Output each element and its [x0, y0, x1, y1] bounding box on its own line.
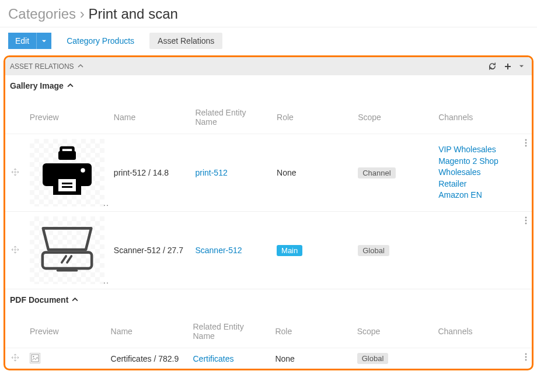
svg-point-7 — [525, 142, 527, 144]
channel-link[interactable]: Magento 2 Shop — [438, 156, 515, 167]
svg-point-14 — [525, 223, 527, 225]
svg-rect-4 — [62, 186, 72, 188]
svg-rect-2 — [58, 179, 76, 191]
svg-rect-9 — [57, 269, 78, 271]
printer-icon — [39, 144, 95, 202]
related-entity-link[interactable]: print-512 — [195, 168, 227, 177]
col-related: Related Entity Name — [190, 96, 272, 134]
chevron-up-icon — [72, 295, 78, 304]
svg-line-11 — [67, 256, 71, 262]
col-preview: Preview — [25, 96, 109, 134]
col-channels: Channels — [433, 310, 520, 348]
drag-handle-icon[interactable] — [11, 246, 19, 256]
preview-thumbnail[interactable]: .. — [30, 139, 104, 206]
section-title-label: Gallery Image — [10, 81, 64, 90]
panel-header: ASSET RELATIONS — [5, 57, 532, 75]
col-related: Related Entity Name — [188, 310, 270, 348]
table-row[interactable]: Certificates / 782.9 Certificates None G… — [5, 348, 532, 369]
svg-point-18 — [525, 356, 527, 358]
svg-line-10 — [62, 256, 66, 262]
cell-name: Scanner-512 / 27.7 — [109, 212, 191, 289]
caret-down-icon — [41, 37, 47, 46]
table-row[interactable]: .. Scanner-512 / 27.7 Scanner-512 Main G… — [5, 212, 532, 289]
channel-link[interactable]: VIP Wholesales — [438, 144, 515, 156]
scope-badge: Channel — [358, 167, 395, 178]
svg-point-6 — [525, 139, 527, 141]
pdf-table: Preview Name Related Entity Name Role Sc… — [5, 310, 532, 369]
panel-title: ASSET RELATIONS — [10, 62, 74, 71]
related-entity-link[interactable]: Certificates — [193, 354, 233, 363]
preview-more-icon: .. — [103, 198, 109, 208]
svg-rect-3 — [62, 183, 72, 184]
breadcrumb-root[interactable]: Categories — [8, 6, 76, 22]
scanner-icon — [35, 220, 99, 281]
col-role: Role — [272, 96, 353, 134]
drag-handle-icon[interactable] — [11, 169, 19, 178]
table-row[interactable]: .. print-512 / 14.8 print-512 None Chann… — [5, 134, 532, 212]
cell-role: None — [270, 348, 352, 369]
caret-down-icon — [519, 64, 524, 69]
breadcrumb-sep: › — [80, 6, 85, 22]
panel-menu-button[interactable] — [516, 62, 527, 71]
svg-point-8 — [525, 145, 527, 147]
svg-point-19 — [525, 359, 527, 361]
row-menu-button[interactable] — [525, 217, 527, 226]
row-menu-button[interactable] — [525, 139, 527, 149]
scope-badge: Global — [357, 353, 389, 364]
edit-dropdown-button[interactable] — [36, 33, 51, 49]
channel-link[interactable]: Wholesales — [438, 167, 515, 178]
toolbar: Edit Category Products Asset Relations — [0, 27, 537, 54]
refresh-icon — [488, 62, 497, 71]
row-menu-button[interactable] — [525, 354, 527, 363]
chevron-up-icon — [67, 81, 74, 90]
preview-more-icon: .. — [103, 276, 109, 285]
col-preview: Preview — [25, 310, 106, 348]
svg-point-17 — [525, 354, 527, 355]
gallery-table: Preview Name Related Entity Name Role Sc… — [5, 96, 532, 289]
channel-list: VIP Wholesales Magento 2 Shop Wholesales… — [438, 144, 515, 201]
section-title-label: PDF Document — [10, 295, 68, 304]
svg-point-5 — [81, 168, 85, 173]
col-role: Role — [270, 310, 352, 348]
refresh-button[interactable] — [485, 60, 500, 72]
svg-point-13 — [525, 220, 527, 222]
chevron-up-icon[interactable] — [78, 62, 83, 71]
col-name: Name — [106, 310, 189, 348]
cell-name: Certificates / 782.9 — [106, 348, 189, 369]
col-scope: Scope — [353, 310, 434, 348]
channel-link[interactable]: Amazon EN — [438, 190, 515, 201]
drag-handle-icon[interactable] — [11, 354, 19, 363]
scope-badge: Global — [358, 245, 389, 256]
cell-role: None — [272, 134, 353, 212]
related-entity-link[interactable]: Scanner-512 — [195, 246, 242, 255]
asset-relations-panel: ASSET RELATIONS — [4, 55, 533, 370]
tab-category-products[interactable]: Category Products — [58, 33, 142, 49]
col-name: Name — [109, 96, 191, 134]
svg-rect-1 — [61, 148, 73, 153]
role-badge: Main — [277, 245, 302, 256]
add-button[interactable] — [501, 61, 515, 72]
col-channels: Channels — [434, 96, 520, 134]
edit-button[interactable]: Edit — [8, 33, 36, 49]
broken-image-icon — [30, 353, 40, 363]
section-gallery-image[interactable]: Gallery Image — [5, 75, 532, 96]
svg-point-16 — [33, 356, 34, 357]
tab-asset-relations[interactable]: Asset Relations — [149, 33, 222, 49]
preview-thumbnail[interactable]: .. — [30, 216, 104, 284]
col-scope: Scope — [353, 96, 434, 134]
breadcrumb: Categories › Print and scan — [0, 0, 537, 27]
svg-point-12 — [525, 217, 527, 219]
page-title: Print and scan — [88, 6, 177, 22]
section-pdf-document[interactable]: PDF Document — [5, 289, 532, 310]
cell-name: print-512 / 14.8 — [109, 134, 191, 212]
plus-icon — [504, 62, 512, 71]
channel-link[interactable]: Retailer — [438, 178, 515, 190]
